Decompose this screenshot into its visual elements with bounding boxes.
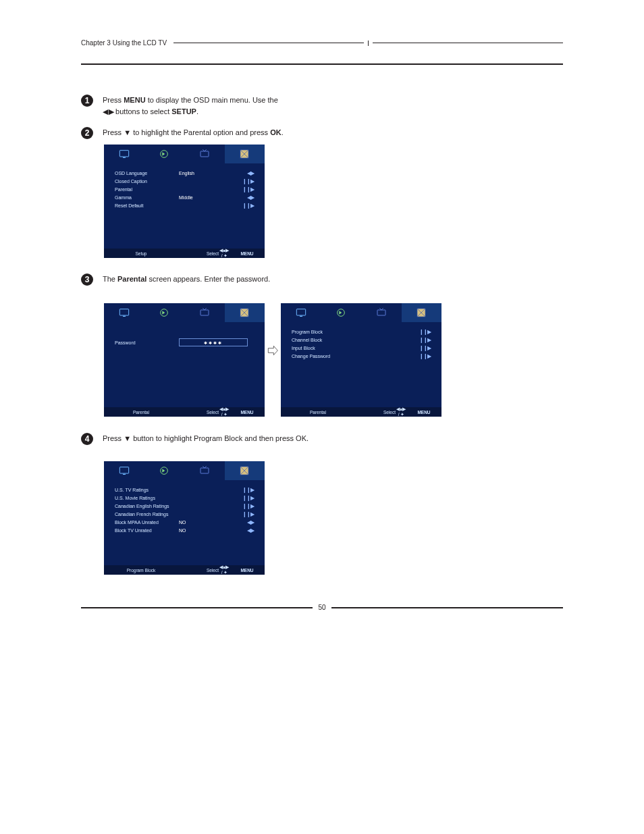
step-4-bullet: 4 — [81, 433, 93, 445]
step-3-text: The Parental screen appears. Enter the p… — [103, 273, 270, 285]
label-setup: SETUP — [171, 107, 196, 115]
osd-row-value: NO — [179, 520, 219, 525]
svg-rect-15 — [119, 467, 128, 473]
header-rule — [173, 43, 364, 43]
step-3-bullet: 3 — [81, 273, 93, 286]
page-number: 50 — [313, 604, 331, 611]
osd-program-block-body: U.S. TV Ratings❙❙▶U.S. Movie Ratings❙❙▶C… — [104, 480, 265, 534]
osd-setup-body: OSD LanguageEnglish◀▶Closed Caption❙❙▶Pa… — [104, 163, 265, 209]
osd-row-label: Reset Default — [115, 203, 179, 208]
password-label: Password — [115, 340, 179, 345]
osd-row-label: OSD Language — [115, 171, 179, 176]
osd-row-arrow-icon: ❙❙▶ — [219, 503, 254, 509]
osd-row-arrow-icon: ❙❙▶ — [219, 495, 254, 501]
tab-picture-icon — [281, 303, 321, 322]
osd-footer: Parental Select ◀∎▶ / ✦ MENU — [281, 407, 441, 417]
step-3: 3 The Parental screen appears. Enter the… — [81, 273, 270, 286]
osd-row-label: U.S. Movie Ratings — [115, 496, 179, 500]
osd-menu-row: Program Block❙❙▶ — [292, 328, 431, 336]
osd-row-arrow-icon: ◀▶ — [219, 527, 254, 533]
osd-menu-row: Channel Block❙❙▶ — [292, 336, 431, 344]
tab-tv-icon — [184, 145, 225, 163]
osd-select-label: Select — [355, 410, 396, 415]
tab-picture-icon — [104, 303, 144, 322]
page-header: Chapter 3 Using the LCD TV — [81, 39, 563, 47]
svg-rect-0 — [119, 151, 128, 157]
step-4-text: Press ▼ button to highlight Program Bloc… — [103, 433, 308, 444]
osd-tab-bar — [104, 461, 265, 480]
step-1-text: Press MENU to display the OSD main menu.… — [103, 95, 278, 118]
step-2-text: Press ▼ to highlight the Parental option… — [103, 127, 284, 138]
text: and then press — [242, 434, 296, 442]
header-rule-2 — [373, 43, 563, 43]
osd-menu-row: Change Password❙❙▶ — [292, 352, 431, 360]
osd-row-label: Canadian French Ratings — [115, 512, 179, 517]
osd-menu-row: Canadian English Ratings❙❙▶ — [115, 502, 254, 510]
osd-row-label: Canadian English Ratings — [115, 504, 179, 509]
osd-row-arrow-icon: ❙❙▶ — [396, 345, 431, 351]
svg-rect-18 — [200, 468, 209, 473]
osd-screen-name: Setup — [104, 251, 178, 256]
osd-menu-row: Canadian French Ratings❙❙▶ — [115, 510, 254, 518]
text: Press — [103, 434, 124, 442]
osd-menu-row: Block MPAA UnratedNO◀▶ — [115, 518, 254, 526]
page-footer: 50 — [81, 604, 563, 611]
tab-audio-icon — [321, 303, 362, 322]
osd-nav-icon: ◀∎▶ / ✦ — [219, 407, 230, 417]
osd-menu-label: MENU — [230, 568, 265, 573]
text: The — [103, 275, 117, 283]
label-program-block: Program Block — [194, 434, 242, 442]
chapter-title: Chapter 3 Using the LCD TV — [81, 39, 167, 47]
down-arrow-icon: ▼ — [124, 128, 131, 136]
step-2-bullet: 2 — [81, 127, 93, 139]
osd-row-value: English — [179, 171, 219, 176]
osd-password-body: Password ✱✱✱✱ — [104, 322, 265, 346]
osd-row-arrow-icon: ◀▶ — [219, 194, 254, 201]
text: . — [281, 128, 284, 136]
tab-picture-icon — [104, 145, 144, 163]
osd-menu-row: GammaMiddle◀▶ — [115, 193, 254, 201]
osd-row-label: Closed Caption — [115, 179, 179, 184]
osd-row-arrow-icon: ◀▶ — [219, 519, 254, 525]
tab-tv-icon — [361, 303, 402, 322]
svg-rect-6 — [123, 316, 126, 317]
osd-menu-row: U.S. TV Ratings❙❙▶ — [115, 486, 254, 494]
text: . — [306, 434, 308, 442]
osd-footer: Parental Select ◀∎▶ / ✦ MENU — [104, 407, 265, 417]
text: Press — [103, 96, 124, 104]
svg-rect-13 — [377, 310, 385, 315]
label-ok: OK — [270, 128, 281, 136]
footer-rule-2 — [331, 607, 563, 608]
osd-row-label: Block TV Unrated — [115, 528, 179, 533]
osd-row-label: U.S. TV Ratings — [115, 488, 179, 492]
osd-row-arrow-icon: ❙❙▶ — [219, 203, 254, 209]
osd-menu-row: U.S. Movie Ratings❙❙▶ — [115, 494, 254, 502]
password-mask: ✱✱✱✱ — [204, 340, 223, 345]
osd-tab-bar — [104, 145, 265, 163]
right-arrow-icon — [267, 345, 278, 356]
osd-row-label: Channel Block — [292, 338, 356, 342]
text: Press — [103, 128, 124, 136]
svg-rect-10 — [296, 309, 305, 315]
text: to highlight the Parental option and pre… — [131, 128, 270, 136]
osd-row-arrow-icon: ❙❙▶ — [219, 178, 254, 184]
osd-row-arrow-icon: ❙❙▶ — [219, 186, 254, 192]
osd-nav-icon: ◀∎▶ / ✦ — [396, 407, 406, 417]
osd-row-label: Gamma — [115, 195, 179, 200]
osd-row-arrow-icon: ❙❙▶ — [396, 353, 431, 359]
down-arrow-icon: ▼ — [124, 434, 131, 442]
section-rule — [81, 63, 563, 65]
text: . — [196, 107, 198, 115]
osd-password-screen: Password ✱✱✱✱ Parental Select ◀∎▶ / ✦ ME… — [104, 303, 265, 417]
osd-select-label: Select — [178, 251, 219, 256]
tab-audio-icon — [144, 461, 185, 480]
osd-footer: Setup Select ◀∎▶ / ✦ MENU — [104, 249, 265, 258]
tab-audio-icon — [144, 145, 185, 163]
osd-footer: Program Block Select ◀∎▶ / ✦ MENU — [104, 565, 265, 575]
text: button to highlight — [131, 434, 194, 442]
osd-select-label: Select — [178, 410, 219, 415]
osd-row-arrow-icon: ❙❙▶ — [219, 511, 254, 517]
tab-setup-icon — [225, 303, 265, 322]
osd-setup-screen: OSD LanguageEnglish◀▶Closed Caption❙❙▶Pa… — [104, 145, 265, 258]
osd-row-label: Input Block — [292, 346, 356, 350]
